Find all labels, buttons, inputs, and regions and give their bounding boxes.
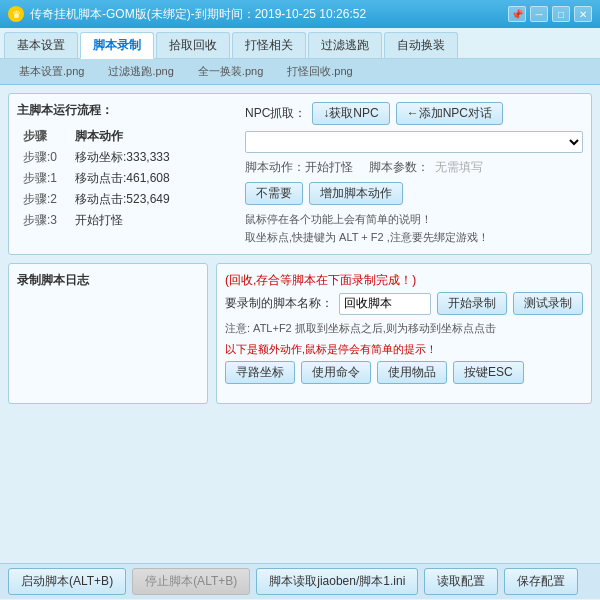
nav-tabs-bar: 基本设置.png 过滤逃跑.png 全一换装.png 打怪回收.png — [0, 59, 600, 85]
window-controls: 📌 ─ □ ✕ — [508, 6, 592, 22]
tab-script-record[interactable]: 脚本录制 — [80, 32, 154, 59]
record-section: (回收,存合等脚本在下面录制完成！) 要录制的脚本名称： 开始录制 测试录制 注… — [216, 263, 592, 404]
tab-monster-fight[interactable]: 打怪相关 — [232, 32, 306, 58]
main-tabs: 基本设置 脚本录制 拾取回收 打怪相关 过滤逃跑 自动换装 — [0, 28, 600, 59]
add-npc-dialog-button[interactable]: ←添加NPC对话 — [396, 102, 503, 125]
fetch-npc-button[interactable]: ↓获取NPC — [312, 102, 389, 125]
start-record-button[interactable]: 开始录制 — [437, 292, 507, 315]
flow-row: 步骤:1移动点击:461,608 — [19, 169, 235, 188]
record-hint-red: (回收,存合等脚本在下面录制完成！) — [225, 272, 583, 289]
use-item-button[interactable]: 使用物品 — [377, 361, 447, 384]
main-content: 主脚本运行流程： 步骤脚本动作步骤:0移动坐标:333,333步骤:1移动点击:… — [0, 85, 600, 563]
flow-col: 主脚本运行流程： 步骤脚本动作步骤:0移动坐标:333,333步骤:1移动点击:… — [17, 102, 237, 246]
add-action-button[interactable]: 增加脚本动作 — [309, 182, 403, 205]
action-buttons-row: 不需要 增加脚本动作 — [245, 182, 583, 205]
record-name-label: 要录制的脚本名称： — [225, 295, 333, 312]
bottom-section: 录制脚本日志 (回收,存合等脚本在下面录制完成！) 要录制的脚本名称： 开始录制… — [8, 263, 592, 404]
minimize-button[interactable]: ─ — [530, 6, 548, 22]
npc-select[interactable] — [245, 131, 583, 153]
flow-table: 步骤脚本动作步骤:0移动坐标:333,333步骤:1移动点击:461,608步骤… — [17, 125, 237, 232]
npc-label: NPC抓取： — [245, 105, 306, 122]
tab-auto-equip[interactable]: 自动换装 — [384, 32, 458, 58]
close-button[interactable]: ✕ — [574, 6, 592, 22]
nav-tab-fight[interactable]: 打怪回收.png — [276, 61, 363, 82]
flow-step-action: 移动点击:461,608 — [71, 169, 235, 188]
title-bar: ♛ 传奇挂机脚本-GOM版(未绑定)-到期时间：2019-10-25 10:26… — [0, 0, 600, 28]
flow-row: 步骤:2移动点击:523,649 — [19, 190, 235, 209]
flow-row: 步骤:3开始打怪 — [19, 211, 235, 230]
nav-tab-equip[interactable]: 全一换装.png — [187, 61, 274, 82]
footer-bar: 启动脚本(ALT+B) 停止脚本(ALT+B) 脚本读取jiaoben/脚本1.… — [0, 563, 600, 599]
start-script-button[interactable]: 启动脚本(ALT+B) — [8, 568, 126, 595]
flow-title: 主脚本运行流程： — [17, 102, 237, 119]
record-note: 注意: ATL+F2 抓取到坐标点之后,则为移动到坐标点点击 — [225, 320, 583, 338]
log-content — [17, 295, 199, 395]
nav-tab-filter[interactable]: 过滤逃跑.png — [97, 61, 184, 82]
tab-filter-escape[interactable]: 过滤逃跑 — [308, 32, 382, 58]
tab-basic-settings[interactable]: 基本设置 — [4, 32, 78, 58]
flow-row: 步骤脚本动作 — [19, 127, 235, 146]
press-esc-button[interactable]: 按键ESC — [453, 361, 524, 384]
flow-step-action: 移动点击:523,649 — [71, 190, 235, 209]
npc-fetch-row: NPC抓取： ↓获取NPC ←添加NPC对话 — [245, 102, 583, 125]
flow-step-action: 脚本动作 — [71, 127, 235, 146]
flow-step-label: 步骤 — [19, 127, 69, 146]
app-icon: ♛ — [8, 6, 24, 22]
main-flow-section: 主脚本运行流程： 步骤脚本动作步骤:0移动坐标:333,333步骤:1移动点击:… — [8, 93, 592, 255]
hint-text-2: 取坐标点,快捷键为 ALT + F2 ,注意要先绑定游戏！ — [245, 229, 583, 247]
npc-col: NPC抓取： ↓获取NPC ←添加NPC对话 脚本动作：开始打怪 脚本参数： 无… — [245, 102, 583, 246]
record-name-row: 要录制的脚本名称： 开始录制 测试录制 — [225, 292, 583, 315]
use-command-button[interactable]: 使用命令 — [301, 361, 371, 384]
extra-action-buttons: 寻路坐标 使用命令 使用物品 按键ESC — [225, 361, 583, 384]
flow-step-label: 步骤:0 — [19, 148, 69, 167]
window-title: 传奇挂机脚本-GOM版(未绑定)-到期时间：2019-10-25 10:26:5… — [30, 6, 508, 23]
log-title: 录制脚本日志 — [17, 272, 199, 289]
flow-step-action: 开始打怪 — [71, 211, 235, 230]
tab-pickup-recycle[interactable]: 拾取回收 — [156, 32, 230, 58]
top-two-col: 主脚本运行流程： 步骤脚本动作步骤:0移动坐标:333,333步骤:1移动点击:… — [17, 102, 583, 246]
flow-step-label: 步骤:3 — [19, 211, 69, 230]
flow-step-label: 步骤:2 — [19, 190, 69, 209]
maximize-button[interactable]: □ — [552, 6, 570, 22]
read-script-button[interactable]: 脚本读取jiaoben/脚本1.ini — [256, 568, 418, 595]
record-name-input[interactable] — [339, 293, 431, 315]
stop-script-button[interactable]: 停止脚本(ALT+B) — [132, 568, 250, 595]
nav-tab-basic[interactable]: 基本设置.png — [8, 61, 95, 82]
action-label-row: 脚本动作：开始打怪 脚本参数： 无需填写 — [245, 159, 583, 176]
pin-button[interactable]: 📌 — [508, 6, 526, 22]
log-section: 录制脚本日志 — [8, 263, 208, 404]
flow-step-action: 移动坐标:333,333 — [71, 148, 235, 167]
flow-step-label: 步骤:1 — [19, 169, 69, 188]
find-path-button[interactable]: 寻路坐标 — [225, 361, 295, 384]
script-param-label: 脚本参数： — [369, 159, 429, 176]
script-action-label: 脚本动作：开始打怪 — [245, 159, 353, 176]
no-need-button[interactable]: 不需要 — [245, 182, 303, 205]
test-record-button[interactable]: 测试录制 — [513, 292, 583, 315]
script-param-placeholder: 无需填写 — [435, 159, 483, 176]
npc-select-row — [245, 131, 583, 153]
hint-text-1: 鼠标停在各个功能上会有简单的说明！ — [245, 211, 583, 229]
load-config-button[interactable]: 读取配置 — [424, 568, 498, 595]
save-config-button[interactable]: 保存配置 — [504, 568, 578, 595]
record-extra-hint: 以下是额外动作,鼠标是停会有简单的提示！ — [225, 341, 583, 359]
flow-row: 步骤:0移动坐标:333,333 — [19, 148, 235, 167]
